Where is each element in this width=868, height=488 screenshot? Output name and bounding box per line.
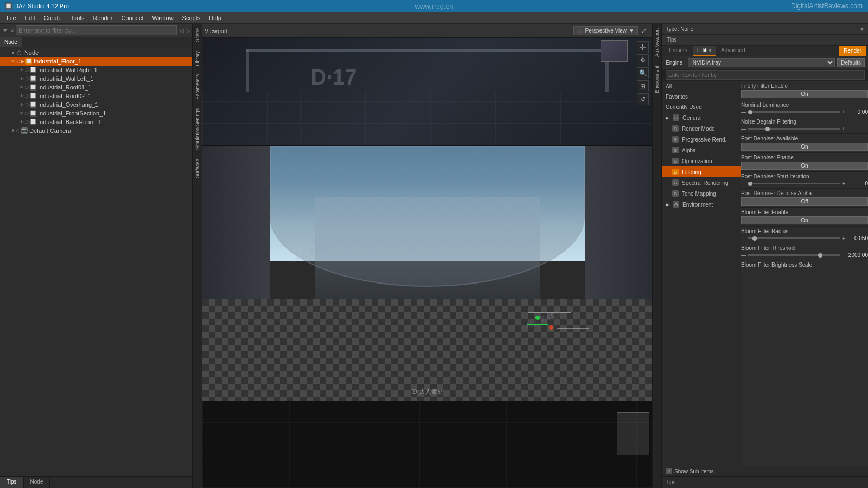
render-search-input[interactable] (666, 70, 865, 80)
tree-industrial-floor[interactable]: 👁 ⬡ ▶ ⬜ Industrial_Floor_1 (0, 57, 192, 66)
denoiser-alpha-btn[interactable]: Off (741, 197, 868, 206)
tab-editor[interactable]: Editor (693, 46, 716, 56)
menu-file[interactable]: File (2, 14, 21, 22)
nominal-minus[interactable]: — (741, 109, 746, 115)
tab-presets[interactable]: Presets (665, 46, 692, 56)
cat-alpha[interactable]: G Alpha (662, 145, 741, 156)
cat-render-mode[interactable]: G Render Mode (662, 123, 741, 134)
defaults-button[interactable]: Defaults (837, 58, 865, 67)
noise-slider[interactable] (748, 128, 840, 130)
render-properties: Firefly Filter Enable On Nominal Luminan… (741, 81, 868, 466)
bottom-tab-tips[interactable]: Tips (0, 477, 24, 488)
filter-back-btn[interactable]: ◁ (179, 27, 183, 34)
bottom-tab-node[interactable]: Node (24, 477, 50, 488)
menu-render[interactable]: Render (88, 14, 117, 22)
bloom-threshold-minus[interactable]: — (741, 252, 746, 258)
render-search (662, 69, 868, 81)
render-mode-icon: G (672, 125, 679, 132)
prop-bloom-brightness: Bloom Filter Brightness Scale (741, 260, 868, 271)
denoiser-start-plus[interactable]: + (842, 181, 847, 187)
firefly-enable-btn[interactable]: On (741, 90, 868, 98)
orbit-icon[interactable]: ✛ (637, 41, 649, 53)
cat-favorites[interactable]: Favorites (662, 92, 741, 102)
tree-overhang[interactable]: 👁 ⬡ ⬜ Industrial_Overhang_1 (0, 100, 192, 109)
denoiser-start-minus[interactable]: — (741, 181, 746, 187)
vtab-simulation[interactable]: Simulation Settings (194, 104, 201, 155)
menu-edit[interactable]: Edit (21, 14, 40, 22)
filter-fwd-btn[interactable]: ▷ (186, 27, 190, 34)
vtab-scene[interactable]: Scene (194, 24, 201, 47)
menu-scripts[interactable]: Scripts (178, 14, 205, 22)
bloom-threshold-plus[interactable]: + (841, 252, 847, 258)
cat-tone-mapping[interactable]: G Tone Mapping (662, 188, 741, 199)
show-sub-items-checkbox[interactable]: ✓ (666, 468, 672, 474)
menu-help[interactable]: Help (205, 14, 226, 22)
tab-advanced[interactable]: Advanced (717, 46, 749, 56)
tree-overhang-label: Industrial_Overhang_1 (38, 101, 98, 108)
menu-window[interactable]: Window (148, 14, 177, 22)
post-denoiser-enable-btn[interactable]: On (741, 162, 868, 170)
filter-icon: ▼ (2, 27, 8, 34)
bloom-threshold-slider[interactable] (748, 254, 840, 256)
tree-roof02[interactable]: 👁 ⬡ ⬜ Industrial_Roof02_1 (0, 92, 192, 100)
nominal-plus[interactable]: + (842, 109, 847, 115)
tree-frontsection[interactable]: 👁 ⬡ ⬜ Industrial_FrontSection_1 (0, 109, 192, 118)
type-dropdown-icon[interactable]: ▼ (859, 26, 865, 32)
menu-tools[interactable]: Tools (66, 14, 89, 22)
general-icon: G (673, 114, 679, 121)
menu-create[interactable]: Create (40, 14, 66, 22)
render-button[interactable]: Render (839, 46, 866, 56)
tree-camera[interactable]: 👁 ⬡ 📷 Default Camera (0, 126, 192, 135)
env-expand: ▶ (666, 202, 671, 207)
scene-filter-row: ▼ S ◁ ▷ (0, 24, 192, 37)
cat-environment[interactable]: ▶ G Environment (662, 199, 741, 210)
cat-tonemapping-label: Tone Mapping (682, 191, 716, 197)
type-label: Type: None (666, 26, 859, 32)
denoiser-start-slider[interactable] (748, 183, 840, 184)
tree-node-root[interactable]: ▼ ⬡ Node (0, 48, 192, 57)
vtab-parameters[interactable]: Parameters (194, 70, 201, 104)
frame-icon[interactable]: ⊞ (637, 80, 649, 92)
show-sub-items-label: Show Sub Items (674, 468, 714, 474)
cat-general[interactable]: ▶ G General (662, 112, 741, 123)
noise-minus[interactable]: — (741, 126, 746, 132)
filter-s-icon: S (10, 28, 14, 33)
vtab-library[interactable]: Library (194, 47, 201, 70)
nominal-slider[interactable] (748, 111, 840, 113)
alpha-icon: G (672, 147, 679, 153)
engine-select[interactable]: NVIDIA Iray (688, 58, 835, 67)
scene-filter-input[interactable] (16, 25, 177, 35)
cat-filtering[interactable]: G Filtering (662, 166, 741, 177)
tree-roof01[interactable]: 👁 ⬡ ⬜ Industrial_Roof01_1 (0, 83, 192, 92)
optimization-icon: G (672, 158, 679, 164)
bloom-radius-plus[interactable]: + (842, 235, 847, 241)
viewport-expand-btn[interactable]: ⤢ (638, 25, 650, 37)
noise-plus[interactable]: + (842, 126, 847, 132)
pan-icon[interactable]: ✥ (637, 54, 649, 66)
tree-wallleft[interactable]: 👁 ⬡ ⬜ Industrial_WallLeft_1 (0, 74, 192, 83)
mini-camera-preview (601, 40, 628, 62)
prop-denoiser-alpha: Post Denoiser Denoise Alpha Off (741, 189, 868, 208)
bloom-enable-btn[interactable]: On (741, 216, 868, 224)
vtab-aux-viewport[interactable]: Aux Viewport (653, 24, 661, 61)
perspective-view-btn[interactable]: 🎥 Perspective View ▼ (573, 26, 638, 35)
tree-wallright[interactable]: 👁 ⬡ ⬜ Industrial_WallRight_1 (0, 66, 192, 74)
bloom-radius-slider[interactable] (748, 237, 840, 239)
post-denoiser-avail-btn[interactable]: On (741, 143, 868, 151)
zoom-icon[interactable]: 🔍 (637, 67, 649, 79)
vtab-environment[interactable]: Environment (653, 61, 661, 98)
gizmo-y (535, 316, 540, 320)
tree-backroom[interactable]: 👁 ⬡ ⬜ Industrial_BackRoom_1 (0, 118, 192, 126)
cat-optimization[interactable]: G Optimization (662, 156, 741, 166)
rotate-icon[interactable]: ↺ (637, 93, 649, 105)
bloom-radius-minus[interactable]: — (741, 235, 746, 241)
cat-spectral[interactable]: G Spectral Rendering (662, 177, 741, 188)
cat-currently-used[interactable]: Currently Used (662, 102, 741, 112)
perspective-dropdown-icon: ▼ (629, 28, 634, 34)
vtab-surfaces[interactable]: Surfaces (194, 155, 201, 183)
menu-connect[interactable]: Connect (117, 14, 148, 22)
cat-all[interactable]: All (662, 81, 741, 92)
cat-filtering-label: Filtering (682, 169, 701, 175)
tab-node[interactable]: Node (0, 37, 22, 47)
cat-progressive[interactable]: G Progressive Rend... (662, 134, 741, 145)
